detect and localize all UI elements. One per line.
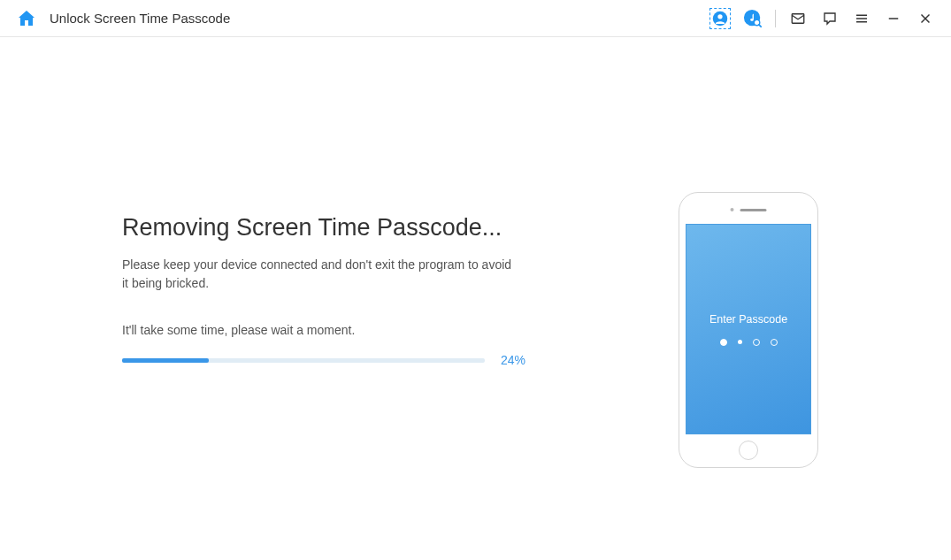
main-heading: Removing Screen Time Passcode...: [122, 214, 625, 242]
left-panel: Removing Screen Time Passcode... Please …: [44, 37, 679, 367]
description-text: Please keep your device connected and do…: [122, 256, 520, 293]
main-content: Removing Screen Time Passcode... Please …: [0, 37, 951, 560]
progress-row: 24%: [122, 353, 625, 367]
header-divider: [775, 10, 776, 27]
phone-camera-dot: [731, 208, 734, 211]
header-right: [709, 8, 935, 29]
mail-icon[interactable]: [788, 9, 808, 28]
account-icon[interactable]: [709, 8, 731, 29]
passcode-label: Enter Passcode: [709, 313, 787, 326]
page-title: Unlock Screen Time Passcode: [50, 11, 230, 26]
close-icon[interactable]: [916, 9, 935, 28]
phone-earpiece: [740, 209, 767, 211]
home-icon[interactable]: [16, 8, 37, 29]
feedback-icon[interactable]: [820, 9, 840, 28]
right-panel: Enter Passcode: [679, 37, 907, 468]
phone-illustration: Enter Passcode: [679, 192, 818, 468]
phone-speaker: [731, 208, 767, 211]
progress-percent: 24%: [501, 353, 525, 367]
header-left: Unlock Screen Time Passcode: [16, 8, 230, 29]
wait-text: It'll take some time, please wait a mome…: [122, 323, 625, 337]
minimize-icon[interactable]: [884, 9, 903, 28]
svg-point-1: [717, 14, 722, 19]
progress-fill: [122, 358, 209, 363]
passcode-dots: [720, 339, 778, 346]
passcode-dot-4: [771, 339, 778, 346]
music-search-icon[interactable]: [743, 9, 763, 28]
passcode-dot-1: [720, 339, 727, 346]
progress-bar: [122, 358, 485, 363]
header: Unlock Screen Time Passcode: [0, 0, 951, 37]
passcode-dot-2: [738, 340, 742, 344]
passcode-dot-3: [753, 339, 760, 346]
phone-home-button: [739, 441, 758, 460]
menu-icon[interactable]: [852, 9, 871, 28]
svg-line-4: [759, 24, 761, 26]
phone-screen: Enter Passcode: [686, 224, 811, 434]
